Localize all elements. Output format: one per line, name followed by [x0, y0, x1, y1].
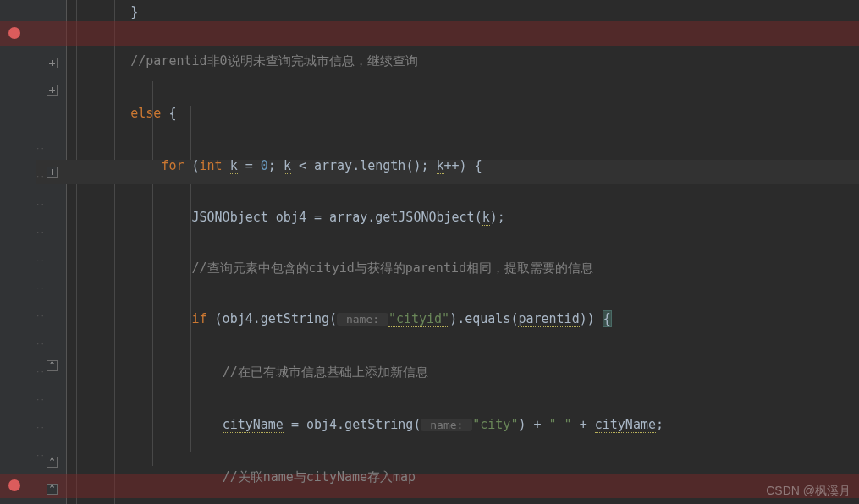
fold-icon[interactable]: ⌃ [47, 484, 58, 495]
code-line: //在已有城市信息基础上添加新信息 [69, 360, 859, 385]
code-line: if (obj4.getString( name: "cityid").equa… [69, 307, 859, 331]
watermark: CSDN @枫溪月 [766, 484, 851, 499]
fold-icon[interactable] [47, 58, 58, 68]
code-line: else { [69, 101, 859, 126]
gutter-separator [66, 0, 67, 504]
code-area[interactable]: } //parentid非0说明未查询完城市信息，继续查询 else { for… [69, 0, 859, 441]
code-editor[interactable]: ⌃ ⌃ ⌃ ························ } //paren… [0, 0, 859, 504]
fold-icon[interactable]: ⌃ [47, 360, 58, 371]
breakpoint-icon[interactable] [8, 479, 20, 491]
code-line: JSONObject obj4 = array.getJSONObject(k)… [69, 205, 859, 230]
code-line: //parentid非0说明未查询完城市信息，继续查询 [69, 49, 859, 74]
code-line: for (int k = 0; k < array.length(); k++)… [69, 154, 859, 178]
code-line: //关联name与cityName存入map [69, 465, 859, 490]
indent-dots: ························ [36, 135, 45, 470]
code-line: //查询元素中包含的cityid与获得的parentid相同，提取需要的信息 [69, 256, 859, 281]
code-line: } [69, 0, 859, 25]
fold-icon[interactable] [47, 167, 58, 178]
code-line: cityName = obj4.getString( name: "city")… [69, 413, 859, 437]
gutter [0, 0, 66, 504]
breakpoint-icon[interactable] [8, 27, 20, 39]
fold-icon[interactable]: ⌃ [47, 457, 58, 468]
fold-icon[interactable] [47, 85, 58, 96]
